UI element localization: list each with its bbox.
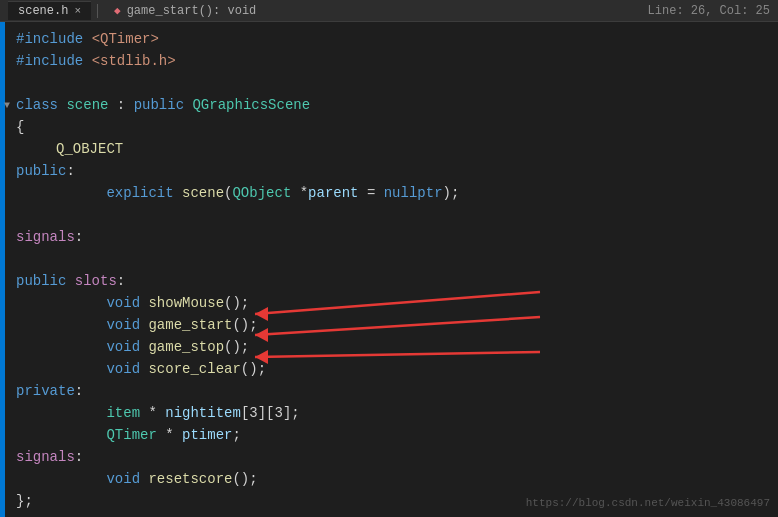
- scene-h-tab-label: scene.h: [18, 4, 68, 18]
- cursor-position: Line: 26, Col: 25: [648, 4, 770, 18]
- code-line-8: explicit scene(QObject *parent = nullptr…: [16, 182, 778, 204]
- score-clear-parens: ();: [241, 361, 266, 377]
- qtimer-type: QTimer: [106, 427, 165, 443]
- ptimer-semi: ;: [232, 427, 240, 443]
- ctor-name: scene: [182, 185, 224, 201]
- score-clear-fn: score_clear: [148, 361, 240, 377]
- code-line-5: {: [16, 116, 778, 138]
- close-brace-semi: };: [16, 493, 33, 509]
- parent-class: QGraphicsScene: [192, 97, 310, 113]
- signals-label-1: signals: [16, 229, 75, 245]
- class-keyword: class: [16, 97, 66, 113]
- code-line-1: #include <QTimer>: [16, 28, 778, 50]
- public-keyword: public: [134, 97, 193, 113]
- code-line-6: Q_OBJECT: [16, 138, 778, 160]
- colon-public: :: [117, 97, 134, 113]
- title-bar: scene.h × ◆ game_start(): void Line: 26,…: [0, 0, 778, 22]
- resetscore-parens: ();: [232, 471, 257, 487]
- nightitem-brackets: [3][3];: [241, 405, 300, 421]
- ctor-param-type: QObject: [232, 185, 299, 201]
- nullptr-keyword: nullptr: [384, 185, 443, 201]
- qobject-macro: Q_OBJECT: [56, 141, 123, 157]
- code-line-21: void resetscore();: [16, 468, 778, 490]
- code-line-10: signals:: [16, 226, 778, 248]
- void-keyword-21: void: [106, 471, 148, 487]
- code-line-16: void score_clear();: [16, 358, 778, 380]
- game-start-tab-label: game_start(): void: [127, 4, 257, 18]
- tab-bar: scene.h × ◆ game_start(): void: [8, 1, 266, 20]
- colon-10: :: [75, 229, 83, 245]
- code-line-2: #include <stdlib.h>: [16, 50, 778, 72]
- ctor-eq: =: [367, 185, 384, 201]
- open-brace: {: [16, 119, 24, 135]
- game-start-tab[interactable]: ◆ game_start(): void: [104, 2, 266, 20]
- scene-h-tab[interactable]: scene.h ×: [8, 1, 91, 20]
- code-line-blank-2: [16, 204, 778, 226]
- collapse-arrow-class[interactable]: ▼: [4, 100, 10, 111]
- ctor-paren2: );: [443, 185, 460, 201]
- code-line-19: QTimer * ptimer;: [16, 424, 778, 446]
- scene-h-tab-close[interactable]: ×: [74, 5, 81, 17]
- void-keyword-16: void: [106, 361, 148, 377]
- resetscore-fn: resetscore: [148, 471, 232, 487]
- qtimer-star: *: [165, 427, 182, 443]
- ctor-star: *: [300, 185, 308, 201]
- include-keyword-2: #include: [16, 53, 92, 69]
- include-value-1: <QTimer>: [92, 31, 159, 47]
- include-value-2: <stdlib.h>: [92, 53, 176, 69]
- code-area: #include <QTimer> #include <stdlib.h> ▼ …: [0, 22, 778, 517]
- code-line-blank-1: [16, 72, 778, 94]
- tab-divider: [97, 4, 98, 18]
- watermark: https://blog.csdn.net/weixin_43086497: [526, 497, 770, 509]
- class-name: scene: [66, 97, 116, 113]
- include-keyword-1: #include: [16, 31, 92, 47]
- explicit-keyword: explicit: [106, 185, 182, 201]
- ptimer-var: ptimer: [182, 427, 232, 443]
- code-line-blank-3: [16, 248, 778, 270]
- ctor-param-name: parent: [308, 185, 367, 201]
- code-line-4: ▼ class scene : public QGraphicsScene: [16, 94, 778, 116]
- diamond-icon: ◆: [114, 4, 121, 17]
